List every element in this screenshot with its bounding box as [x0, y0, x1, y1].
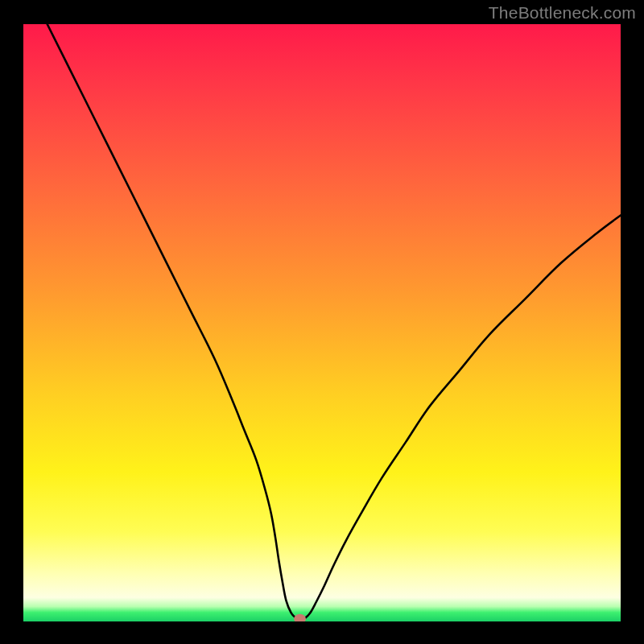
chart-frame: TheBottleneck.com — [0, 0, 644, 644]
min-marker — [294, 614, 306, 621]
plot-area — [23, 24, 621, 621]
chart-svg — [23, 24, 621, 621]
watermark-text: TheBottleneck.com — [489, 3, 636, 23]
bottleneck-curve — [47, 24, 621, 619]
